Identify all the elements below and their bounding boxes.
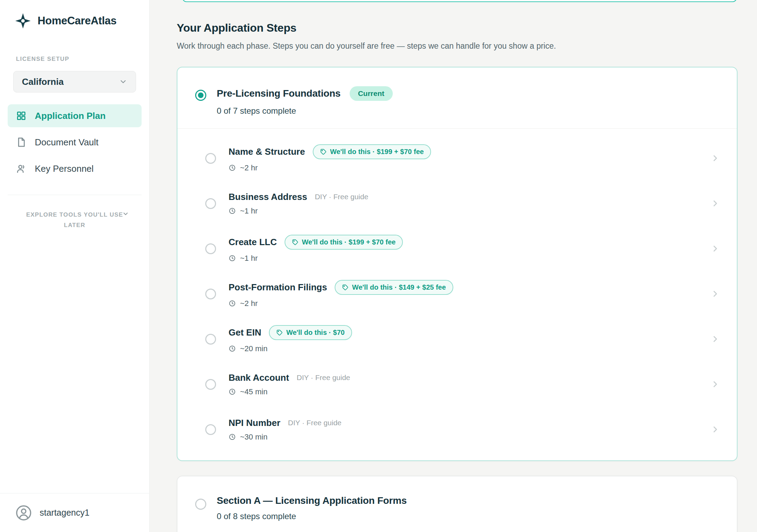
- badge-label: We'll do this · $149 + $25 fee: [352, 283, 446, 291]
- phase-radio-unselected[interactable]: [195, 499, 206, 510]
- step-checkbox[interactable]: [205, 424, 216, 435]
- chevron-right-icon[interactable]: [710, 289, 720, 299]
- step-title: NPI Number: [229, 418, 280, 428]
- diy-label: DIY · Free guide: [315, 193, 368, 201]
- step-checkbox[interactable]: [205, 289, 216, 299]
- step-time: ~2 hr: [229, 163, 431, 172]
- phase-header: Pre-Licensing Foundations Current 0 of 7…: [177, 67, 737, 128]
- clock-icon: [229, 388, 236, 395]
- clock-icon: [229, 164, 236, 171]
- step-checkbox[interactable]: [205, 153, 216, 164]
- state-selector[interactable]: California: [13, 71, 136, 92]
- step-title: Post-Formation Filings: [229, 282, 327, 293]
- page-subtitle: Work through each phase. Steps you can d…: [177, 41, 757, 51]
- step-time: ~2 hr: [229, 299, 453, 308]
- step-row-bank-account[interactable]: Bank Account DIY · Free guide ~45 min: [177, 362, 737, 407]
- sidebar-divider: [8, 195, 142, 195]
- step-checkbox[interactable]: [205, 198, 216, 209]
- sidebar-item-key-personnel[interactable]: Key Personnel: [8, 157, 142, 180]
- phase-radio-selected[interactable]: [195, 90, 206, 101]
- app-screen: HomeCareAtlas LICENSE SETUP California: [0, 0, 757, 532]
- sidebar-item-label: Document Vault: [35, 137, 98, 148]
- sidebar-item-document-vault[interactable]: Document Vault: [8, 131, 142, 154]
- step-time: ~20 min: [229, 344, 352, 353]
- phase-progress: 0 of 8 steps complete: [217, 511, 407, 521]
- phase-title: Pre-Licensing Foundations: [217, 88, 341, 99]
- people-icon: [16, 163, 26, 174]
- brand-name-part1: HomeCare: [38, 15, 91, 27]
- explore-tools-toggle[interactable]: EXPLORE TOOLS YOU'LL USE LATER: [0, 210, 149, 231]
- step-checkbox[interactable]: [205, 334, 216, 345]
- step-title: Name & Structure: [229, 146, 305, 157]
- step-row-create-llc[interactable]: Create LLC We'll do this · $199 + $70 fe…: [177, 226, 737, 271]
- compass-logo-icon: [15, 13, 31, 29]
- chevron-right-icon[interactable]: [710, 334, 720, 344]
- license-setup-label: LICENSE SETUP: [16, 56, 149, 63]
- page-title: Your Application Steps: [177, 22, 757, 34]
- state-selector-value: California: [22, 76, 64, 87]
- step-row-name-structure[interactable]: Name & Structure We'll do this · $199 + …: [177, 136, 737, 181]
- chevron-right-icon[interactable]: [710, 244, 720, 253]
- diy-label: DIY · Free guide: [297, 373, 350, 382]
- chevron-right-icon[interactable]: [710, 379, 720, 389]
- clock-icon: [229, 433, 236, 441]
- tag-icon: [342, 284, 349, 291]
- username: startagency1: [40, 508, 89, 518]
- time-label: ~45 min: [240, 387, 268, 396]
- phase-title: Section A — Licensing Application Forms: [217, 495, 407, 506]
- time-label: ~30 min: [240, 433, 268, 442]
- tag-icon: [292, 239, 298, 245]
- clock-icon: [229, 345, 236, 352]
- avatar-icon: [15, 505, 32, 521]
- step-row-post-formation-filings[interactable]: Post-Formation Filings We'll do this · $…: [177, 271, 737, 316]
- brand-name-part2: Atlas: [91, 15, 117, 27]
- sidebar-item-label: Key Personnel: [35, 163, 94, 174]
- phase-progress: 0 of 7 steps complete: [217, 106, 393, 116]
- phase-header: Section A — Licensing Application Forms …: [177, 476, 737, 532]
- step-time: ~1 hr: [229, 207, 368, 216]
- time-label: ~2 hr: [240, 299, 258, 308]
- time-label: ~20 min: [240, 344, 268, 353]
- current-badge: Current: [350, 86, 393, 101]
- badge-label: We'll do this · $199 + $70 fee: [330, 148, 424, 156]
- clock-icon: [229, 300, 236, 307]
- tag-icon: [276, 329, 283, 336]
- well-do-this-badge: We'll do this · $70: [269, 325, 352, 340]
- step-row-npi-number[interactable]: NPI Number DIY · Free guide ~30 min: [177, 407, 737, 452]
- clock-icon: [229, 207, 236, 215]
- explore-tools-label: EXPLORE TOOLS YOU'LL USE LATER: [19, 210, 130, 231]
- step-checkbox[interactable]: [205, 243, 216, 254]
- main-content: Your Application Steps Work through each…: [150, 0, 757, 532]
- badge-label: We'll do this · $199 + $70 fee: [302, 238, 396, 246]
- sidebar-item-application-plan[interactable]: Application Plan: [8, 104, 142, 127]
- step-time: ~30 min: [229, 433, 342, 442]
- brand-name: HomeCareAtlas: [38, 15, 117, 27]
- step-checkbox[interactable]: [205, 379, 216, 390]
- chevron-down-icon: [119, 78, 127, 86]
- chevron-right-icon[interactable]: [710, 153, 720, 163]
- step-title: Business Address: [229, 192, 307, 202]
- time-label: ~1 hr: [240, 254, 258, 263]
- step-row-get-ein[interactable]: Get EIN We'll do this · $70: [177, 316, 737, 362]
- cutoff-card-top: [182, 0, 737, 2]
- chevron-down-icon: [122, 210, 129, 217]
- clock-icon: [229, 255, 236, 262]
- chevron-right-icon[interactable]: [710, 199, 720, 208]
- phase-card-pre-licensing: Pre-Licensing Foundations Current 0 of 7…: [177, 67, 738, 461]
- steps-list: Name & Structure We'll do this · $199 + …: [177, 129, 737, 460]
- step-time: ~1 hr: [229, 254, 403, 263]
- chevron-right-icon[interactable]: [710, 425, 720, 434]
- user-account-row[interactable]: startagency1: [0, 493, 149, 532]
- time-label: ~1 hr: [240, 207, 258, 216]
- sidebar-nav: Application Plan Document Vault: [8, 104, 142, 180]
- phase-card-section-a: Section A — Licensing Application Forms …: [177, 476, 738, 532]
- well-do-this-badge: We'll do this · $199 + $70 fee: [285, 235, 403, 250]
- tag-icon: [320, 148, 327, 155]
- time-label: ~2 hr: [240, 163, 258, 172]
- diy-label: DIY · Free guide: [288, 419, 342, 427]
- well-do-this-badge: We'll do this · $149 + $25 fee: [335, 280, 453, 295]
- sidebar: HomeCareAtlas LICENSE SETUP California: [0, 0, 150, 532]
- badge-label: We'll do this · $70: [286, 329, 345, 337]
- sidebar-item-label: Application Plan: [35, 111, 106, 121]
- step-row-business-address[interactable]: Business Address DIY · Free guide ~1 hr: [177, 181, 737, 226]
